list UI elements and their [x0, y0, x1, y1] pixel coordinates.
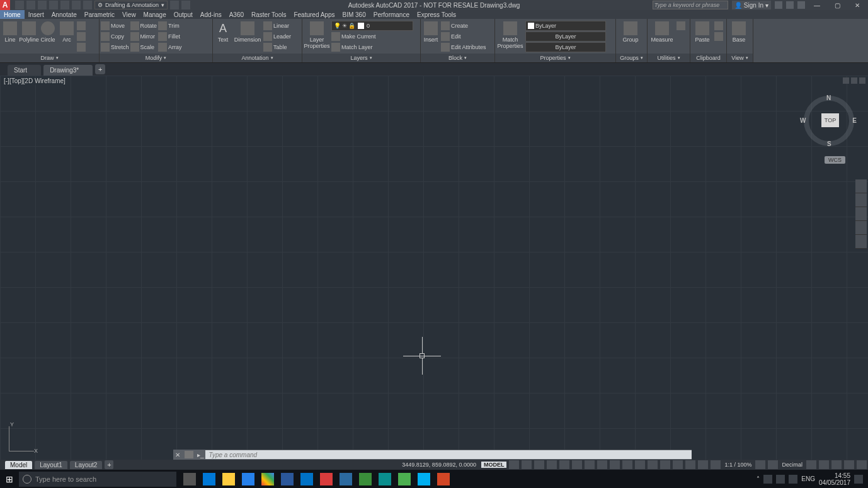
group-button[interactable]: Group [617, 20, 644, 44]
stayconnected-icon[interactable] [786, 1, 794, 9]
app-logo-icon[interactable]: A [0, 0, 10, 10]
3dosnap-toggle-icon[interactable] [585, 460, 595, 469]
stretch-button[interactable]: Stretch [101, 42, 129, 52]
close-button[interactable]: ✕ [849, 0, 865, 10]
maximize-button[interactable]: ▢ [829, 0, 845, 10]
new-layout-button[interactable]: + [105, 460, 113, 469]
tab-manage[interactable]: Manage [140, 10, 170, 19]
dynamic-input-icon[interactable] [648, 460, 658, 469]
nav-zoom-icon[interactable] [855, 207, 867, 221]
wcs-label[interactable]: WCS [825, 156, 845, 164]
tab-expresstools[interactable]: Express Tools [413, 10, 460, 19]
help-icon[interactable] [797, 1, 805, 9]
measure-button[interactable]: Measure [649, 20, 675, 44]
clock[interactable]: 14:55 04/05/2017 [819, 472, 850, 486]
tab-annotate[interactable]: Annotate [48, 10, 81, 19]
quickview-icon[interactable] [806, 460, 816, 469]
panel-title-modify[interactable]: Modify▾ [100, 54, 212, 62]
nav-wheel-icon[interactable] [855, 179, 867, 193]
exchange-icon[interactable] [775, 1, 782, 9]
start-button[interactable]: ⊞ [0, 470, 19, 488]
layer-properties-button[interactable]: Layer Properties [304, 20, 330, 50]
linear-button[interactable]: Linear [263, 21, 291, 31]
color-control[interactable]: ByLayer [525, 21, 606, 31]
panel-title-layers[interactable]: Layers▾ [302, 54, 420, 62]
util-extra[interactable] [677, 21, 685, 31]
tab-a360[interactable]: A360 [226, 10, 248, 19]
workspace-switch-icon[interactable] [755, 460, 765, 469]
language-indicator[interactable]: ENG [801, 475, 815, 482]
vp-close-icon[interactable] [859, 77, 865, 84]
polar-toggle-icon[interactable] [547, 460, 557, 469]
selection-cycling-icon[interactable] [635, 460, 645, 469]
tab-view[interactable]: View [118, 10, 140, 19]
create-block-button[interactable]: Create [441, 21, 486, 31]
linetype-control[interactable]: ByLayer [525, 42, 606, 52]
panel-title-groups[interactable]: Groups▾ [616, 54, 647, 62]
tab-home[interactable]: Home [0, 10, 25, 19]
circle-button[interactable]: Circle [39, 20, 57, 44]
help-search-input[interactable]: Type a keyword or phrase [653, 1, 728, 9]
leader-button[interactable]: Leader [263, 31, 291, 42]
signin-button[interactable]: 👤 Sign In ▾ [732, 1, 771, 9]
tab-insert[interactable]: Insert [25, 10, 48, 19]
array-button[interactable]: Array [158, 42, 182, 52]
snap-toggle-icon[interactable] [522, 460, 532, 469]
viewcube-top-face[interactable]: TOP [821, 113, 839, 127]
autocad-app[interactable] [317, 471, 336, 487]
skype-app[interactable] [414, 471, 433, 487]
word-app[interactable] [278, 471, 297, 487]
ucs-icon[interactable]: Y X [9, 424, 37, 451]
qat-new-icon[interactable] [15, 1, 24, 9]
selectionfilter-icon[interactable] [673, 460, 683, 469]
modelspace-toggle[interactable]: MODEL [481, 462, 507, 468]
windows-search[interactable]: Type here to search [19, 472, 176, 487]
camtasia-app[interactable] [395, 471, 414, 487]
powerpoint-app[interactable] [434, 471, 453, 487]
polyline-button[interactable]: Polyline [20, 20, 38, 44]
vp-max-icon[interactable] [851, 77, 857, 84]
tab-rastertools[interactable]: Raster Tools [248, 10, 290, 19]
panel-title-utilities[interactable]: Utilities▾ [648, 54, 690, 62]
volume-icon[interactable] [789, 475, 797, 484]
lineweight-control[interactable]: ByLayer [525, 31, 606, 42]
explorer-app[interactable] [219, 471, 238, 487]
edge-app[interactable] [200, 471, 219, 487]
layouttab-layout2[interactable]: Layout2 [70, 461, 103, 469]
tab-featuredapps[interactable]: Featured Apps [290, 10, 338, 19]
qat-redo-icon[interactable] [83, 1, 92, 9]
panel-title-clipboard[interactable]: Clipboard [690, 54, 726, 62]
network-icon[interactable] [776, 475, 785, 484]
tab-performance[interactable]: Performance [370, 10, 413, 19]
power-icon[interactable] [763, 475, 772, 484]
fillet-button[interactable]: Fillet [158, 31, 182, 42]
text-button[interactable]: AText [214, 20, 232, 44]
minimize-button[interactable]: — [809, 0, 825, 10]
otrack-toggle-icon[interactable] [597, 460, 607, 469]
autoscale-icon[interactable] [711, 460, 721, 469]
compass-w[interactable]: W [800, 117, 806, 124]
quickprops-toggle-icon[interactable] [660, 460, 670, 469]
command-input[interactable] [205, 450, 692, 459]
paste-button[interactable]: Paste [692, 20, 713, 44]
tab-parametric[interactable]: Parametric [81, 10, 118, 19]
qat-save-icon[interactable] [38, 1, 47, 9]
workspace-switcher[interactable]: ⚙ Drafting & Annotation ▾ [94, 1, 168, 9]
cmdline-recent-icon[interactable] [185, 451, 193, 458]
compass-e[interactable]: E [852, 117, 857, 124]
scale-button[interactable]: Scale [130, 42, 157, 52]
store-app[interactable] [239, 471, 258, 487]
navisworks-app[interactable] [356, 471, 375, 487]
qat-plot-icon[interactable] [60, 1, 69, 9]
3dsmax-app[interactable] [375, 471, 394, 487]
draw-extra3[interactable] [77, 42, 86, 52]
edit-block-button[interactable]: Edit [441, 31, 486, 42]
taskview-button[interactable] [180, 471, 199, 487]
isolate-objects-icon[interactable] [831, 460, 842, 469]
arc-button[interactable]: Arc [58, 20, 76, 44]
panel-title-block[interactable]: Block▾ [421, 54, 494, 62]
draw-extra2[interactable] [77, 31, 86, 42]
viewcube[interactable]: TOP N S E W [804, 96, 854, 146]
customize-status-icon[interactable] [857, 460, 867, 469]
annotation-scale[interactable]: 1:1 / 100% [723, 462, 753, 468]
